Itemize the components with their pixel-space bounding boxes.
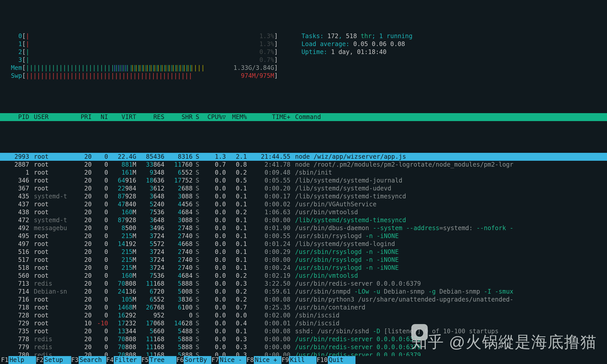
cpu-meter-0: 0[|1.3%]Tasks: 172, 518 thr; 1 running: [6, 32, 607, 40]
hdr-ni[interactable]: NI: [92, 113, 108, 121]
tasks-line: Tasks: 172, 518 thr; 1 running: [301, 32, 413, 40]
fnkey-F7[interactable]: F7Nice -: [211, 356, 246, 364]
process-list[interactable]: 2993 root 20 0 22.4G 85436 8316 S 1.3 2.…: [0, 153, 607, 364]
process-row[interactable]: 495 root 20 0 215M 3724 2740 S 0.0 0.1 0…: [0, 232, 607, 240]
cpu-meter-1: 1[|1.3%]Load average: 0.05 0.06 0.08: [6, 40, 607, 48]
process-header[interactable]: PID USER PRI NI VIRT RES SHR S CPU%▽ MEM…: [0, 113, 607, 121]
fnkey-F2[interactable]: F2Setup: [36, 356, 71, 364]
uptime-line: Uptime: 1 day, 01:18:40: [301, 48, 386, 56]
process-row[interactable]: 367 root 20 0 22984 3612 2688 S 0.0 0.1 …: [0, 185, 607, 192]
fnkey-F4[interactable]: F4Filter: [106, 356, 141, 364]
hdr-time[interactable]: TIME+: [247, 113, 290, 121]
swp-meter: Swp[||||||||||||||||||||||||||||||||||||…: [6, 72, 607, 80]
hdr-res[interactable]: RES: [136, 113, 164, 121]
fnkey-F8[interactable]: F8Nice +: [246, 356, 281, 364]
process-row[interactable]: 517 root 20 0 215M 3724 2740 S 0.0 0.1 0…: [0, 256, 607, 264]
fnkey-F10[interactable]: F10Quit: [317, 356, 355, 364]
hdr-pri[interactable]: PRI: [75, 113, 92, 121]
process-row[interactable]: 472 systemd-t 20 0 87928 3648 3088 S 0.0…: [0, 216, 607, 224]
process-row[interactable]: 778 redis 20 0 70808 11168 5888 S 0.0 0.…: [0, 335, 607, 343]
meters-block: 0[|1.3%]Tasks: 172, 518 thr; 1 running 1…: [0, 32, 607, 80]
process-row[interactable]: 729 root 10 -10 17232 17068 14628 S 0.0 …: [0, 319, 607, 327]
process-row[interactable]: 2993 root 20 0 22.4G 85436 8316 S 1.3 2.…: [0, 153, 607, 161]
process-row[interactable]: 560 root 20 0 160M 7536 4684 S 0.0 0.2 0…: [0, 272, 607, 280]
hdr-shr[interactable]: SHR: [164, 113, 193, 121]
process-row[interactable]: 1 root 20 0 161M 9348 6552 S 0.0 0.2 0:0…: [0, 169, 607, 177]
load-line: Load average: 0.05 0.06 0.08: [301, 40, 405, 48]
process-row[interactable]: 718 root 20 0 1468M 26768 6100 S 0.0 0.7…: [0, 304, 607, 312]
cpu-meter-3: 3[|0.7%]: [6, 56, 607, 64]
process-row[interactable]: 438 root 20 0 160M 7536 4684 S 0.0 0.2 1…: [0, 208, 607, 216]
hdr-cmd[interactable]: Command: [290, 113, 607, 121]
process-row[interactable]: 492 messagebu 20 0 8500 3496 2748 S 0.0 …: [0, 224, 607, 232]
hdr-user[interactable]: USER: [29, 113, 75, 121]
process-row[interactable]: 713 redis 20 0 70808 11168 5888 S 0.0 0.…: [0, 280, 607, 288]
process-row[interactable]: 435 systemd-t 20 0 87928 3648 3088 S 0.0…: [0, 192, 607, 200]
fnkey-F1[interactable]: F1Help: [1, 356, 36, 364]
process-row[interactable]: 437 root 20 0 47840 5240 4456 S 0.0 0.1 …: [0, 200, 607, 208]
fnkey-F3[interactable]: F3Search: [71, 356, 106, 364]
process-row[interactable]: 735 root 20 0 13344 5660 5488 S 0.0 0.1 …: [0, 327, 607, 335]
process-row[interactable]: 2887 root 20 0 881M 33864 11760 S 0.7 0.…: [0, 161, 607, 169]
cpu-meter-2: 2[|0.7%]Uptime: 1 day, 01:18:40: [6, 48, 607, 56]
process-row[interactable]: 497 root 20 0 14192 5572 4668 S 0.0 0.1 …: [0, 240, 607, 248]
hdr-virt[interactable]: VIRT: [108, 113, 136, 121]
fnkey-F6[interactable]: F6SortBy: [176, 356, 212, 364]
process-row[interactable]: 518 root 20 0 215M 3724 2740 S 0.0 0.1 0…: [0, 264, 607, 272]
hdr-s[interactable]: S: [193, 113, 202, 121]
process-row[interactable]: 714 Debian-sn 20 0 24136 6720 5008 S 0.0…: [0, 288, 607, 296]
process-row[interactable]: 516 root 20 0 215M 3724 2740 S 0.0 0.1 0…: [0, 248, 607, 256]
process-row[interactable]: 728 root 20 0 16292 952 0 S 0.0 0.0 0:02…: [0, 312, 607, 319]
mem-meter: Mem[||||||||||||||||||||||||||||||||||||…: [6, 64, 607, 72]
process-row[interactable]: 779 redis 20 0 70808 11168 5888 S 0.0 0.…: [0, 343, 607, 351]
process-row[interactable]: 346 root 20 0 64916 18636 17752 S 0.0 0.…: [0, 177, 607, 185]
hdr-pid[interactable]: PID: [6, 113, 29, 121]
fnkey-bar[interactable]: F1HelpF2SetupF3SearchF4FilterF5TreeF6Sor…: [0, 356, 607, 364]
hdr-cpu[interactable]: CPU%▽: [202, 113, 226, 121]
fnkey-F9[interactable]: F9Kill: [281, 356, 317, 364]
fnkey-F5[interactable]: F5Tree: [141, 356, 176, 364]
process-row[interactable]: 716 root 20 0 105M 6552 3836 S 0.0 0.2 0…: [0, 296, 607, 304]
hdr-mem[interactable]: MEM%: [226, 113, 247, 121]
